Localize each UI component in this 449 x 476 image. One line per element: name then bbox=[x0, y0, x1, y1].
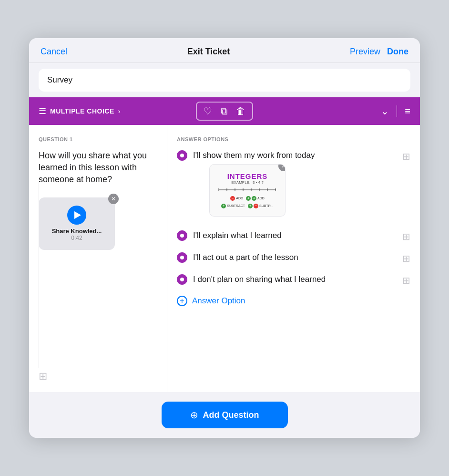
preview-button[interactable]: Preview bbox=[350, 47, 380, 57]
copy-button[interactable]: ⧉ bbox=[221, 106, 227, 117]
toolbar-center-actions: ♡ ⧉ 🗑 bbox=[196, 102, 253, 121]
add-question-button[interactable]: ⊕ Add Question bbox=[162, 402, 288, 428]
red-minus-subtract: − bbox=[254, 204, 258, 208]
integers-close-button[interactable]: ✕ bbox=[278, 164, 286, 171]
video-duration: 0:42 bbox=[71, 235, 82, 241]
radio-3[interactable] bbox=[177, 252, 187, 263]
toolbar-divider bbox=[397, 105, 397, 117]
add-option-label[interactable]: Answer Option bbox=[192, 296, 245, 306]
list-icon: ☰ bbox=[39, 106, 46, 116]
add-question-plus-icon: ⊕ bbox=[190, 409, 198, 421]
question-label: QUESTION 1 bbox=[39, 136, 157, 142]
number-line-svg bbox=[216, 186, 278, 193]
radio-1[interactable] bbox=[177, 150, 187, 161]
radio-inner-4 bbox=[180, 278, 184, 281]
answer-option-2: I'll explain what I learned ⊞ bbox=[177, 230, 410, 242]
radio-2[interactable] bbox=[177, 230, 187, 241]
op-add-neg: − ADD bbox=[230, 196, 243, 201]
answer-text-2: I'll explain what I learned bbox=[193, 230, 397, 241]
integers-operations: − ADD + + ADD bbox=[230, 196, 265, 201]
answer-text-1: I'll show them my work from today bbox=[193, 150, 397, 161]
add-option-row: + Answer Option bbox=[177, 296, 410, 306]
menu-button[interactable]: ≡ bbox=[405, 106, 410, 117]
header-actions: Preview Done bbox=[350, 47, 408, 57]
question-toolbar: ☰ MULTIPLE CHOICE › ♡ ⧉ 🗑 ⌄ ≡ bbox=[29, 97, 420, 125]
cancel-button[interactable]: Cancel bbox=[41, 47, 67, 57]
add-image-icon[interactable]: ⊞ bbox=[39, 370, 47, 383]
answer-option-4: I don't plan on sharing what I learned ⊞ bbox=[177, 274, 410, 286]
right-panel: ANSWER OPTIONS I'll show them my work fr… bbox=[167, 125, 420, 392]
radio-inner-2 bbox=[180, 234, 184, 238]
op-add-pos: + + ADD bbox=[246, 196, 265, 201]
add-option-plus-icon[interactable]: + bbox=[177, 296, 187, 306]
radio-4[interactable] bbox=[177, 274, 187, 285]
integers-subtitle: EXAMPLE: -3 • 4 ? bbox=[231, 180, 264, 185]
toolbar-left: ☰ MULTIPLE CHOICE › bbox=[39, 106, 196, 116]
done-button[interactable]: Done bbox=[387, 47, 408, 57]
answer-image-icon-4[interactable]: ⊞ bbox=[402, 275, 410, 286]
radio-inner-3 bbox=[180, 256, 184, 259]
mc-label[interactable]: MULTIPLE CHOICE bbox=[50, 107, 114, 115]
integers-title: INTEGERS bbox=[227, 172, 268, 180]
add-question-label: Add Question bbox=[203, 410, 259, 420]
video-close-button[interactable]: ✕ bbox=[108, 194, 119, 204]
video-play-button[interactable] bbox=[67, 206, 86, 225]
survey-input[interactable] bbox=[39, 69, 410, 92]
answer-option-1: I'll show them my work from today ✕ INTE… bbox=[177, 150, 410, 220]
play-triangle-icon bbox=[74, 211, 81, 219]
op-subtract-pos: + SUBTRACT bbox=[221, 204, 245, 208]
answer-image-icon-1[interactable]: ⊞ bbox=[402, 151, 410, 162]
answer-option-3: I'll act out a part of the lesson ⊞ bbox=[177, 252, 410, 264]
survey-bar bbox=[29, 63, 420, 97]
question-text: How will you share what you learned in t… bbox=[39, 150, 157, 186]
toolbar-right: ⌄ ≡ bbox=[253, 105, 410, 117]
video-thumbnail: ✕ Share Knowled... 0:42 bbox=[39, 197, 115, 250]
heart-button[interactable]: ♡ bbox=[204, 105, 212, 117]
green-plus-subtract: + bbox=[221, 204, 226, 208]
integers-image: ✕ INTEGERS EXAMPLE: -3 • 4 ? bbox=[209, 164, 286, 217]
app-container: Cancel Exit Ticket Preview Done ☰ MULTIP… bbox=[29, 38, 420, 438]
option-1-content: I'll show them my work from today ✕ INTE… bbox=[193, 150, 397, 220]
chevron-right-icon[interactable]: › bbox=[118, 107, 121, 115]
page-title: Exit Ticket bbox=[187, 47, 230, 57]
answer-image-icon-3[interactable]: ⊞ bbox=[402, 253, 410, 264]
trash-button[interactable]: 🗑 bbox=[236, 106, 245, 117]
green-plus-icon-2: + bbox=[252, 196, 256, 201]
answer-text-4: I don't plan on sharing what I learned bbox=[193, 274, 397, 285]
red-minus-icon: − bbox=[230, 196, 235, 201]
radio-inner-1 bbox=[180, 154, 184, 157]
answer-options-label: ANSWER OPTIONS bbox=[177, 136, 410, 142]
answer-text-3: I'll act out a part of the lesson bbox=[193, 252, 397, 263]
left-panel: QUESTION 1 How will you share what you l… bbox=[29, 125, 167, 392]
chevron-down-button[interactable]: ⌄ bbox=[381, 105, 389, 117]
integers-operations-2: + SUBTRACT + − SUBTR... bbox=[221, 204, 273, 208]
question-card: QUESTION 1 How will you share what you l… bbox=[29, 125, 420, 392]
answer-image-icon-2[interactable]: ⊞ bbox=[402, 231, 410, 242]
green-plus-3: + bbox=[248, 204, 253, 208]
header: Cancel Exit Ticket Preview Done bbox=[29, 38, 420, 63]
video-title: Share Knowled... bbox=[52, 228, 102, 235]
op-subtract-neg: + − SUBTR... bbox=[248, 204, 274, 208]
green-plus-icon-1: + bbox=[246, 196, 251, 201]
add-question-bar: ⊕ Add Question bbox=[29, 392, 420, 438]
